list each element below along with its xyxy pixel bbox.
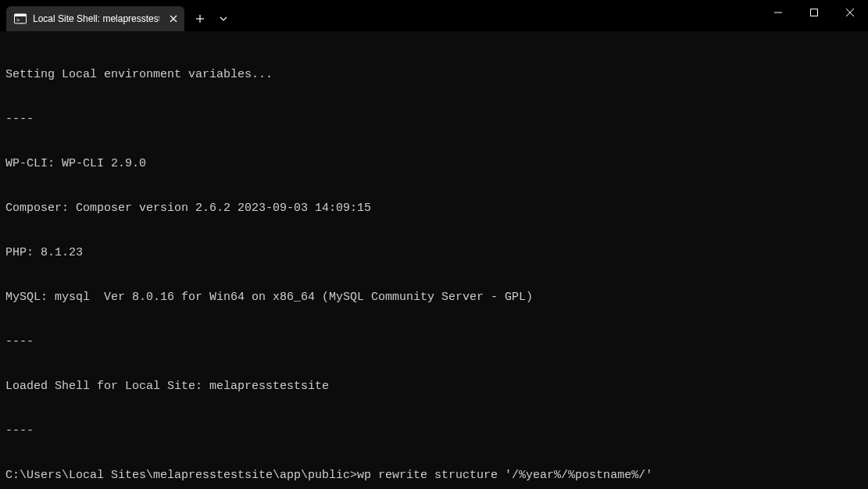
terminal-line: ---- [5, 334, 863, 349]
terminal-line: Composer: Composer version 2.6.2 2023-09… [5, 201, 863, 216]
terminal-line: Setting Local environment variables... [5, 67, 863, 82]
terminal-line: ---- [5, 423, 863, 438]
terminal-line: ---- [5, 112, 863, 127]
terminal-line: WP-CLI: WP-CLI 2.9.0 [5, 156, 863, 171]
tab-close-button[interactable] [166, 11, 181, 27]
svg-rect-1 [15, 14, 27, 16]
minimize-button[interactable] [760, 0, 796, 25]
terminal-icon: >_ [14, 12, 27, 25]
close-window-button[interactable] [832, 0, 868, 25]
new-tab-button[interactable] [188, 6, 213, 31]
svg-rect-8 [811, 9, 818, 16]
terminal-line: Loaded Shell for Local Site: melapresste… [5, 379, 863, 394]
tab-dropdown-button[interactable] [213, 6, 234, 31]
terminal-line: MySQL: mysql Ver 8.0.16 for Win64 on x86… [5, 290, 863, 305]
maximize-button[interactable] [796, 0, 832, 25]
svg-text:>_: >_ [16, 17, 23, 23]
terminal-line: PHP: 8.1.23 [5, 245, 863, 260]
titlebar: >_ Local Site Shell: melapresstest [0, 0, 868, 31]
tab-title: Local Site Shell: melapresstest [33, 13, 159, 24]
terminal-output[interactable]: Setting Local environment variables... -… [0, 31, 868, 489]
window-controls [760, 0, 868, 25]
tab-active[interactable]: >_ Local Site Shell: melapresstest [6, 6, 184, 31]
terminal-line: C:\Users\Local Sites\melapresstestsite\a… [5, 468, 863, 483]
tabs-area: >_ Local Site Shell: melapresstest [0, 0, 234, 31]
